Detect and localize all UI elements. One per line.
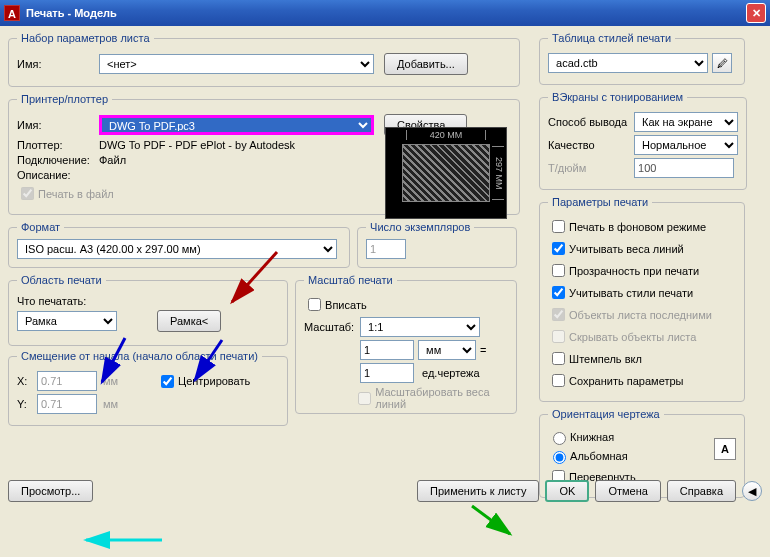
printer-name-label: Имя: <box>17 119 99 131</box>
shade-mode-label: Способ вывода <box>548 116 634 128</box>
shade-legend: ВЭкраны с тонированием <box>548 91 687 103</box>
styletable-legend: Таблица стилей печати <box>548 32 675 44</box>
print-to-file-checkbox <box>21 187 34 200</box>
cancel-button[interactable]: Отмена <box>595 480 660 502</box>
plotter-value: DWG To PDF - PDF ePlot - by Autodesk <box>99 139 295 151</box>
area-legend: Область печати <box>17 274 106 286</box>
what-print-label: Что печатать: <box>17 295 86 307</box>
window-title: Печать - Модель <box>26 7 746 19</box>
svg-line-4 <box>472 506 510 534</box>
scale-lw-label: Масштабировать веса линий <box>375 386 508 410</box>
fit-label: Вписать <box>325 299 367 311</box>
scale-den-input[interactable] <box>360 363 414 383</box>
what-print-select[interactable]: Рамка <box>17 311 117 331</box>
shade-quality-select[interactable]: Нормальное <box>634 135 738 155</box>
shade-mode-select[interactable]: Как на экране <box>634 112 738 132</box>
expand-icon[interactable]: ◀ <box>742 481 762 501</box>
scale-lw-checkbox <box>358 392 371 405</box>
shade-quality-label: Качество <box>548 139 634 151</box>
scale-label: Масштаб: <box>304 321 360 333</box>
offset-x-label: X: <box>17 375 37 387</box>
offset-x-input <box>37 371 97 391</box>
apply-button[interactable]: Применить к листу <box>417 480 540 502</box>
add-button[interactable]: Добавить... <box>384 53 468 75</box>
center-label: Центрировать <box>178 375 250 387</box>
window-pick-button[interactable]: Рамка< <box>157 310 221 332</box>
printer-name-select[interactable]: DWG To PDF.pc3 <box>99 115 374 135</box>
orient-portrait-radio[interactable] <box>553 432 566 445</box>
copies-legend: Число экземпляров <box>366 221 474 233</box>
offset-legend: Смещение от начала (начало области печат… <box>17 350 262 362</box>
scale-unit2-label: ед.чертежа <box>422 367 479 379</box>
orient-legend: Ориентация чертежа <box>548 408 664 420</box>
preview-button[interactable]: Просмотр... <box>8 480 93 502</box>
paper-preview: 420 MM 297 MM <box>385 127 507 219</box>
app-icon: A <box>4 5 20 21</box>
param-last-checkbox <box>552 308 565 321</box>
print-to-file-label: Печать в файл <box>38 188 114 200</box>
param-save-checkbox[interactable] <box>552 374 565 387</box>
styletable-select[interactable]: acad.ctb <box>548 53 708 73</box>
offset-y-label: Y: <box>17 398 37 410</box>
pageset-name-label: Имя: <box>17 58 99 70</box>
description-label: Описание: <box>17 169 99 181</box>
shade-dpi-input <box>634 158 734 178</box>
scale-select[interactable]: 1:1 <box>360 317 480 337</box>
param-styles-checkbox[interactable] <box>552 286 565 299</box>
param-bg-checkbox[interactable] <box>552 220 565 233</box>
param-lw-checkbox[interactable] <box>552 242 565 255</box>
pageset-name-select[interactable]: <нет> <box>99 54 374 74</box>
center-checkbox[interactable] <box>161 375 174 388</box>
scale-legend: Масштаб печати <box>304 274 397 286</box>
help-button[interactable]: Справка <box>667 480 736 502</box>
offset-y-input <box>37 394 97 414</box>
orient-icon: A <box>714 438 736 460</box>
format-legend: Формат <box>17 221 64 233</box>
scale-num-input[interactable] <box>360 340 414 360</box>
ok-button[interactable]: OK <box>545 480 589 502</box>
param-hide-checkbox <box>552 330 565 343</box>
param-stamp-checkbox[interactable] <box>552 352 565 365</box>
plotter-label: Плоттер: <box>17 139 99 151</box>
fit-checkbox[interactable] <box>308 298 321 311</box>
printer-legend: Принтер/плоттер <box>17 93 112 105</box>
shade-dpi-label: Т/дюйм <box>548 162 634 174</box>
styletable-edit-button[interactable]: 🖉 <box>712 53 732 73</box>
scale-unit-select[interactable]: мм <box>418 340 476 360</box>
params-legend: Параметры печати <box>548 196 652 208</box>
connection-label: Подключение: <box>17 154 99 166</box>
param-trans-checkbox[interactable] <box>552 264 565 277</box>
close-icon[interactable]: ✕ <box>746 3 766 23</box>
orient-landscape-radio[interactable] <box>553 451 566 464</box>
pageset-legend: Набор параметров листа <box>17 32 154 44</box>
connection-value: Файл <box>99 154 126 166</box>
copies-input <box>366 239 406 259</box>
format-select[interactable]: ISO расш. A3 (420.00 x 297.00 мм) <box>17 239 337 259</box>
